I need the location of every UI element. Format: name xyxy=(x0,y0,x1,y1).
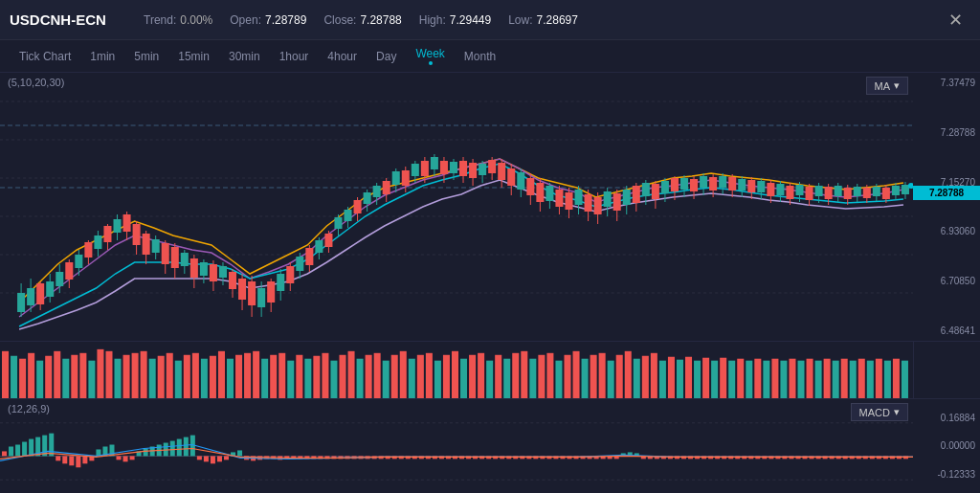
high-stat: High: 7.29449 xyxy=(419,13,491,27)
svg-rect-292 xyxy=(841,359,848,398)
tf-15min[interactable]: 15min xyxy=(168,46,219,67)
svg-rect-312 xyxy=(62,456,67,463)
svg-rect-207 xyxy=(105,351,112,398)
svg-rect-113 xyxy=(517,172,524,190)
svg-rect-89 xyxy=(402,170,410,186)
svg-rect-205 xyxy=(88,361,95,398)
ma-chevron-icon: ▾ xyxy=(894,79,900,92)
svg-rect-198 xyxy=(28,353,34,398)
tf-4hour[interactable]: 4hour xyxy=(318,46,367,67)
svg-rect-320 xyxy=(117,456,122,459)
tf-week[interactable]: Week xyxy=(406,43,454,69)
tf-tick[interactable]: Tick Chart xyxy=(10,46,80,67)
tf-1min[interactable]: 1min xyxy=(80,46,124,67)
close-button[interactable]: ✕ xyxy=(941,6,970,34)
svg-rect-45 xyxy=(190,258,198,278)
svg-rect-299 xyxy=(902,361,908,398)
svg-rect-303 xyxy=(2,451,7,456)
svg-rect-315 xyxy=(82,456,87,463)
svg-rect-59 xyxy=(257,288,265,307)
svg-rect-99 xyxy=(450,162,457,173)
tf-month[interactable]: Month xyxy=(455,46,505,67)
macd-indicator-label: (12,26,9) xyxy=(8,403,50,415)
ma-dropdown[interactable]: MA ▾ xyxy=(866,77,909,95)
svg-rect-137 xyxy=(633,186,640,203)
svg-rect-251 xyxy=(486,361,493,398)
svg-rect-314 xyxy=(76,456,80,467)
svg-rect-241 xyxy=(400,351,407,398)
svg-rect-254 xyxy=(512,353,519,398)
svg-rect-167 xyxy=(776,184,784,195)
svg-rect-197 xyxy=(19,359,26,398)
svg-rect-31 xyxy=(123,214,131,232)
svg-rect-245 xyxy=(434,361,441,398)
svg-rect-219 xyxy=(210,356,216,398)
svg-rect-310 xyxy=(49,434,54,457)
svg-rect-306 xyxy=(22,442,27,457)
svg-rect-171 xyxy=(795,185,803,195)
svg-rect-129 xyxy=(594,197,602,214)
svg-rect-242 xyxy=(409,359,415,398)
svg-rect-278 xyxy=(720,358,726,398)
svg-rect-25 xyxy=(94,235,101,249)
svg-rect-131 xyxy=(604,191,612,207)
ma-indicator-label: (5,10,20,30) xyxy=(8,77,64,88)
svg-rect-322 xyxy=(130,456,135,459)
price-level-4: 6.93060 xyxy=(918,226,975,236)
svg-rect-17 xyxy=(56,272,63,286)
svg-rect-173 xyxy=(806,187,813,200)
svg-rect-95 xyxy=(431,157,438,169)
trend-value: 0.00% xyxy=(180,13,212,27)
macd-level-2: 0.00000 xyxy=(918,440,975,451)
svg-rect-53 xyxy=(229,272,236,289)
svg-rect-253 xyxy=(503,359,510,398)
tf-1hour[interactable]: 1hour xyxy=(270,46,319,67)
svg-rect-145 xyxy=(671,178,679,191)
tf-day[interactable]: Day xyxy=(367,46,406,67)
tf-5min[interactable]: 5min xyxy=(124,46,168,67)
price-level-5: 6.70850 xyxy=(918,276,975,286)
price-level-6: 6.48641 xyxy=(918,325,975,336)
svg-rect-33 xyxy=(133,224,141,245)
svg-rect-63 xyxy=(277,274,284,291)
svg-rect-187 xyxy=(873,187,880,196)
main-chart: (5,10,20,30) MA ▾ xyxy=(0,73,980,341)
volume-scale xyxy=(913,342,980,398)
macd-dropdown[interactable]: MACD ▾ xyxy=(851,403,908,421)
low-label: Low: xyxy=(508,13,532,27)
svg-rect-221 xyxy=(227,359,234,398)
svg-rect-127 xyxy=(585,194,592,212)
timeframe-bar: Tick Chart 1min 5min 15min 30min 1hour 4… xyxy=(0,40,980,73)
tf-30min[interactable]: 30min xyxy=(219,46,270,67)
svg-rect-295 xyxy=(867,361,874,398)
macd-label-text: MACD xyxy=(859,407,890,418)
svg-rect-247 xyxy=(452,351,458,398)
svg-rect-210 xyxy=(132,353,139,398)
svg-rect-255 xyxy=(521,351,527,398)
svg-rect-215 xyxy=(175,361,182,398)
svg-rect-208 xyxy=(115,359,122,398)
high-label: High: xyxy=(419,13,446,27)
svg-rect-338 xyxy=(237,450,242,456)
svg-rect-244 xyxy=(426,353,433,398)
svg-rect-135 xyxy=(623,190,631,205)
svg-rect-105 xyxy=(479,164,486,175)
svg-rect-29 xyxy=(113,219,121,233)
svg-rect-115 xyxy=(526,178,534,195)
svg-rect-35 xyxy=(143,234,150,255)
svg-rect-321 xyxy=(123,456,128,461)
svg-rect-191 xyxy=(892,186,900,195)
svg-rect-200 xyxy=(45,356,52,398)
svg-rect-189 xyxy=(882,188,890,199)
svg-rect-283 xyxy=(763,361,769,398)
svg-rect-121 xyxy=(555,190,563,207)
svg-rect-206 xyxy=(97,349,103,398)
svg-rect-226 xyxy=(270,355,277,398)
svg-rect-298 xyxy=(893,359,900,398)
macd-level-3: -0.12333 xyxy=(918,469,975,480)
svg-rect-270 xyxy=(651,353,657,398)
svg-rect-177 xyxy=(825,187,833,199)
svg-rect-49 xyxy=(210,264,217,281)
symbol-label: USDCNH-ECN xyxy=(10,11,124,28)
svg-rect-23 xyxy=(84,242,92,258)
